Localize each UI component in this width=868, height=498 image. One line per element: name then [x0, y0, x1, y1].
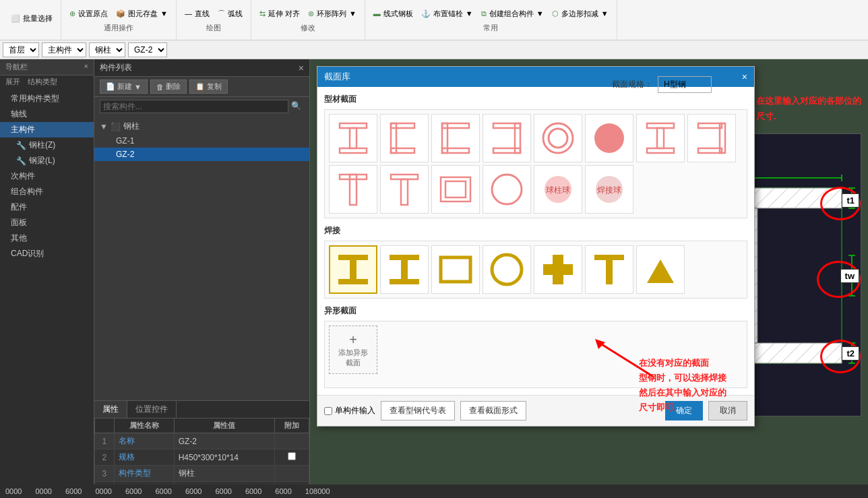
dropdown-arrow-icon: ▼ — [160, 9, 168, 18]
single-input-checkbox[interactable] — [324, 407, 332, 415]
spec-value[interactable]: H型钢 — [658, 76, 712, 93]
nav-item-cad[interactable]: CAD识别 — [0, 246, 94, 261]
tree-gz1[interactable]: GZ-1 — [94, 134, 309, 148]
weld-wedge-item[interactable] — [636, 245, 685, 294]
common-ops-label: 通用操作 — [104, 23, 133, 33]
svg-rect-17 — [647, 148, 674, 153]
shape-c-channel2[interactable] — [687, 114, 736, 162]
place-anchor-btn[interactable]: ⚓ 布置锚栓 ▼ — [418, 7, 476, 20]
copy-icon: 📋 — [195, 82, 205, 91]
circular-array-btn[interactable]: ⊛ 环形阵列 ▼ — [305, 7, 359, 20]
arc-btn[interactable]: ⌒ 弧线 — [215, 7, 245, 20]
nav-item-steel-beam[interactable]: 🔧 钢梁(L) — [0, 153, 94, 168]
nav-item-combined[interactable]: 组合构件 — [0, 184, 94, 199]
copy-btn[interactable]: 📋 复制 — [189, 80, 228, 94]
line-steel-btn[interactable]: ▬ 线式钢板 — [371, 7, 416, 20]
weld-t-item[interactable] — [585, 245, 633, 294]
panel-close-btn[interactable]: × — [84, 62, 88, 72]
component-tree: ▼ ⬛ 钢柱 GZ-1 GZ-2 — [94, 116, 309, 400]
create-combined-btn[interactable]: ⧉ 创建组合构件 ▼ — [478, 7, 547, 20]
tree-gz2[interactable]: GZ-2 — [94, 148, 309, 161]
shape-circle-hollow2[interactable] — [483, 165, 531, 214]
shape-rect-hollow[interactable] — [431, 165, 480, 214]
shape-l-angle-2[interactable] — [483, 114, 531, 162]
polygon-reduce-btn[interactable]: ⬡ 多边形扣减 ▼ — [549, 7, 611, 20]
cad-label-t2[interactable]: t2 — [842, 346, 859, 361]
status-num-9: 6000 — [245, 487, 261, 495]
prop-val-1[interactable]: GZ-2 — [174, 433, 274, 449]
shape-circle-hollow[interactable] — [534, 114, 582, 162]
prop-val-2[interactable]: H450*300*10*14 — [174, 449, 274, 466]
nav-item-panel[interactable]: 面板 — [0, 215, 94, 230]
shape-circle-solid[interactable] — [585, 114, 633, 162]
tree-steel-column[interactable]: ▼ ⬛ 钢柱 — [94, 119, 309, 134]
draw-group-label: 绘图 — [206, 23, 221, 33]
add-special-section-btn[interactable]: + 添加异形截面 — [329, 325, 377, 374]
tab-position[interactable]: 位置控件 — [127, 401, 177, 418]
set-origin-btn[interactable]: ⊕ 设置原点 — [67, 7, 111, 20]
svg-rect-20 — [698, 148, 722, 153]
svg-rect-26 — [445, 181, 466, 197]
nav-item-steel-column[interactable]: 🔧 钢柱(Z) — [0, 137, 94, 153]
nav-item-other[interactable]: 其他 — [0, 230, 94, 246]
tab-properties[interactable]: 属性 — [94, 401, 127, 418]
svg-rect-37 — [390, 279, 419, 284]
svg-text:球柱球: 球柱球 — [546, 185, 570, 195]
shape-h-beam[interactable] — [329, 114, 377, 162]
batch-select-btn[interactable]: ⬜ 批量选择 — [8, 12, 55, 25]
status-num-8: 6000 — [215, 487, 231, 495]
nav-item-main[interactable]: 主构件 — [0, 122, 94, 137]
status-num-4: 0000 — [95, 487, 111, 495]
search-input[interactable] — [100, 100, 288, 113]
view-steel-code-btn[interactable]: 查看型钢代号表 — [381, 401, 455, 421]
layer-select[interactable]: 首层 — [3, 42, 39, 57]
weld-rect-item[interactable] — [431, 245, 480, 294]
delete-btn[interactable]: 🗑 删除 — [150, 80, 187, 94]
shape-l-angle-1[interactable] — [431, 114, 480, 162]
extend-align-btn[interactable]: ⇆ 延伸 对齐 — [257, 7, 303, 20]
single-input-checkbox-label[interactable]: 单构件输入 — [324, 405, 375, 416]
nav-expand[interactable]: 展开 结构类型 — [0, 75, 94, 88]
nav-item-common[interactable]: 常用构件类型 — [0, 91, 94, 106]
svg-rect-38 — [441, 257, 470, 282]
shape-j-shape[interactable] — [329, 165, 377, 214]
new-btn[interactable]: 📄 新建 ▼ — [100, 80, 148, 94]
shape-c-channel[interactable] — [380, 114, 429, 162]
shape-t-shape[interactable] — [380, 165, 429, 214]
weld-h-item[interactable] — [329, 245, 377, 294]
prop-val-3[interactable]: 钢柱 — [174, 466, 274, 482]
gz-select[interactable]: GZ-2 — [128, 42, 167, 57]
middle-close-btn[interactable]: × — [299, 63, 304, 73]
svg-point-14 — [594, 123, 624, 153]
cad-label-tw[interactable]: tw — [840, 269, 859, 283]
steel-icon: ▬ — [373, 9, 381, 18]
nav-item-accessory[interactable]: 配件 — [0, 199, 94, 215]
toolbar-group-batch: ⬜ 批量选择 — [3, 0, 61, 40]
dialog-close-btn[interactable]: × — [742, 71, 747, 82]
right-content: 截面库 × 型材截面 — [310, 59, 868, 498]
shape-ball1[interactable]: 球柱球 — [534, 165, 582, 214]
main-part-select[interactable]: 主构件 — [42, 42, 86, 57]
extend-icon: ⇆ — [259, 9, 266, 18]
row-num-3: 3 — [95, 466, 115, 482]
weld-i-item[interactable] — [380, 245, 429, 294]
nav-item-axis[interactable]: 轴线 — [0, 106, 94, 122]
shape-i-beam[interactable] — [636, 114, 685, 162]
svg-rect-5 — [391, 148, 414, 153]
weld-circle-item[interactable] — [483, 245, 531, 294]
shape-ball2[interactable]: 焊接球 — [585, 165, 633, 214]
element-store-btn[interactable]: 📦 图元存盘 ▼ — [113, 7, 170, 20]
svg-rect-36 — [401, 260, 408, 279]
weld-cross-item[interactable] — [534, 245, 582, 294]
special-section-label: 异形截面 — [324, 305, 747, 317]
shape-grid: 球柱球 焊接球 — [324, 109, 747, 218]
cad-label-t1[interactable]: t1 — [842, 193, 859, 208]
col-extra: 附加 — [274, 418, 309, 433]
prop-check-2[interactable] — [274, 449, 309, 466]
nav-item-secondary[interactable]: 次构件 — [0, 168, 94, 184]
steel-column-select[interactable]: 钢柱 — [89, 42, 125, 57]
view-section-btn[interactable]: 查看截面形式 — [460, 401, 526, 421]
array-icon: ⊛ — [308, 9, 314, 18]
check-2[interactable] — [288, 452, 296, 460]
draw-line-btn[interactable]: — 直线 — [182, 7, 212, 20]
